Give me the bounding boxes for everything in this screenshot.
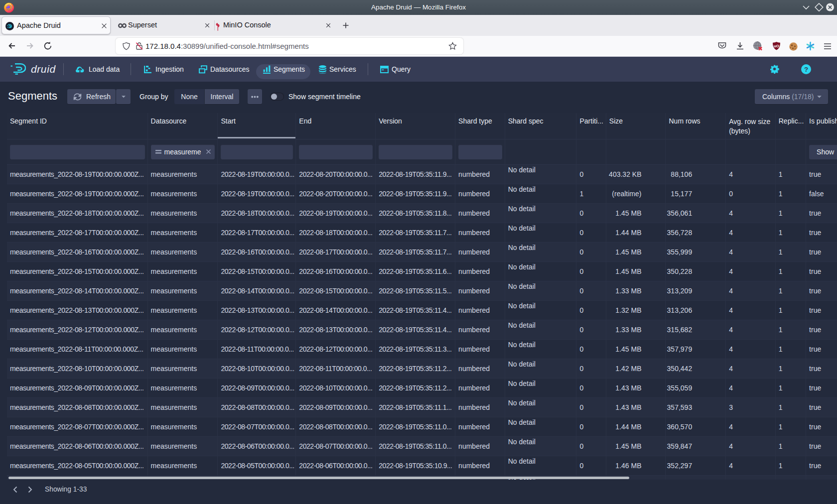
svg-text:?: ? — [804, 66, 808, 73]
svg-text:uO: uO — [774, 44, 779, 48]
